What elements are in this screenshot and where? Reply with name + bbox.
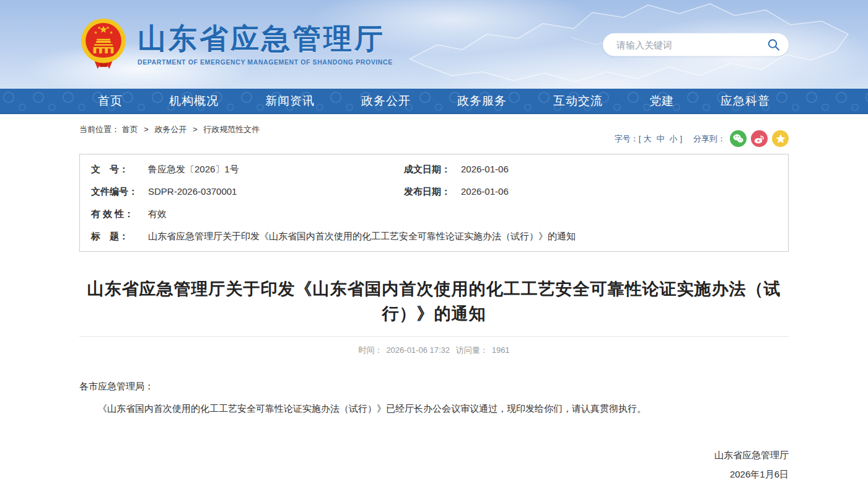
visits-value: 1961 [492,345,510,355]
article-meta: 时间：2026-01-06 17:32 访问量：1961 [79,336,789,356]
time-label: 时间： [358,345,382,355]
signature-date: 2026年1月6日 [79,464,789,480]
search-input[interactable] [603,39,767,50]
doc-number-label: 文 号： [91,163,148,176]
nav-item-news[interactable]: 新闻资讯 [265,93,315,109]
font-size-medium[interactable]: 中 [656,133,664,144]
breadcrumb: 当前位置： 首页 > 政务公开 > 行政规范性文件 [79,124,260,135]
star-icon [776,134,786,144]
share-weibo-button[interactable] [751,130,768,147]
font-size-large[interactable]: 大 [643,133,651,144]
site-logo[interactable]: 山东省应急管理厅 DEPARTMENT OF EMERGENCY MANAGEM… [79,17,393,72]
file-code-label: 文件编号： [91,185,148,198]
breadcrumb-home[interactable]: 首页 [122,125,138,134]
font-size-bracket-close: ] [680,134,682,143]
font-size-label: 字号： [615,133,639,144]
article-signature: 山东省应急管理厅 2026年1月6日 [79,445,789,480]
nav-item-interaction[interactable]: 互动交流 [553,93,603,109]
nav-item-home[interactable]: 首页 [98,93,123,109]
file-code-value: SDPR-2026-0370001 [148,185,237,198]
nav-item-gov-disclosure[interactable]: 政务公开 [361,93,411,109]
search-button[interactable] [767,38,789,51]
written-date-value: 2026-01-06 [461,163,509,176]
table-row: 文 号： 鲁应急发〔2026〕1号 成文日期： 2026-01-06 [80,158,788,180]
article-paragraph: 《山东省国内首次使用的化工工艺安全可靠性论证实施办法（试行）》已经厅长办公会议审… [79,401,789,417]
site-header: 山东省应急管理厅 DEPARTMENT OF EMERGENCY MANAGEM… [0,0,868,89]
nav-item-gov-services[interactable]: 政务服务 [457,93,507,109]
visits-label: 访问量： [456,345,488,355]
share-wechat-button[interactable] [730,130,747,147]
doc-title-label: 标 题： [91,230,148,242]
breadcrumb-prefix: 当前位置： [79,125,120,134]
table-row: 有 效 性： 有效 [80,203,788,225]
time-value: 2026-01-06 17:32 [386,345,450,355]
site-subtitle: DEPARTMENT OF EMERGENCY MANAGEMENT OF SH… [138,58,393,66]
nav-item-emergency-science[interactable]: 应急科普 [721,93,770,109]
search-icon [767,38,780,51]
breadcrumb-separator: > [193,125,198,134]
breadcrumb-separator: > [144,125,149,134]
article-toolbar: 字号： [ 大 中 小 ] 分享到： [615,130,789,147]
table-row: 文件编号： SDPR-2026-0370001 发布日期： 2026-01-06 [80,180,788,203]
page-title: 山东省应急管理厅关于印发《山东省国内首次使用的化工工艺安全可靠性论证实施办法（试… [79,277,789,326]
nav-item-about[interactable]: 机构概况 [169,93,219,109]
wechat-icon [733,134,743,143]
article-salutation: 各市应急管理局： [79,378,789,394]
share-label: 分享到： [693,133,726,144]
validity-label: 有 效 性： [91,208,148,220]
publish-date-label: 发布日期： [404,185,461,198]
national-emblem-icon [79,17,128,72]
table-row: 标 题： 山东省应急管理厅关于印发《山东省国内首次使用的化工工艺安全可靠性论证实… [80,225,788,247]
breadcrumb-toolbar-row: 当前位置： 首页 > 政务公开 > 行政规范性文件 字号： [ 大 中 小 ] … [79,114,789,154]
doc-title-value: 山东省应急管理厅关于印发《山东省国内首次使用的化工工艺安全可靠性论证实施办法（试… [148,230,576,242]
written-date-label: 成文日期： [404,163,461,176]
validity-value: 有效 [148,208,167,220]
font-size-small[interactable]: 小 [669,133,677,144]
publish-date-value: 2026-01-06 [461,185,509,198]
article-body: 各市应急管理局： 《山东省国内首次使用的化工工艺安全可靠性论证实施办法（试行）》… [79,378,789,480]
search-box [603,33,789,56]
breadcrumb-gov-disclosure[interactable]: 政务公开 [154,125,186,134]
document-info-table: 文 号： 鲁应急发〔2026〕1号 成文日期： 2026-01-06 文件编号：… [79,154,789,252]
breadcrumb-regulatory-docs[interactable]: 行政规范性文件 [203,125,260,134]
signature-org: 山东省应急管理厅 [79,445,789,464]
doc-number-value: 鲁应急发〔2026〕1号 [148,163,239,176]
nav-item-party-building[interactable]: 党建 [649,93,674,109]
font-size-bracket-open: [ [639,134,641,143]
site-title: 山东省应急管理厅 [138,23,393,55]
weibo-icon [754,134,765,144]
share-favorite-button[interactable] [772,130,789,147]
main-nav: 首页 机构概况 新闻资讯 政务公开 政务服务 互动交流 党建 应急科普 [0,89,868,114]
